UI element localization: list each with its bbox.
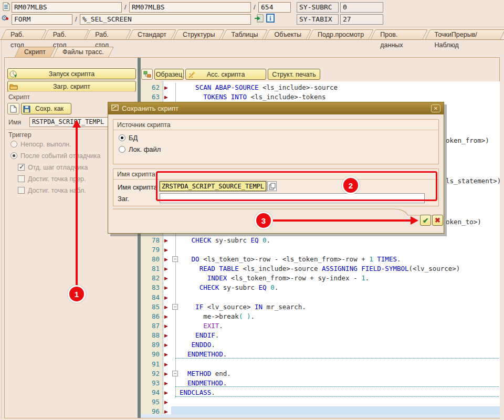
separator-slash: / bbox=[124, 2, 127, 13]
step-into-icon[interactable] bbox=[254, 14, 264, 25]
code-line[interactable]: EXIT. bbox=[180, 321, 223, 331]
radio-db[interactable] bbox=[119, 134, 125, 141]
code-token: 0 bbox=[267, 284, 275, 291]
line-number-field[interactable]: 654 bbox=[258, 2, 291, 13]
code-token: READ TABLE bbox=[200, 265, 239, 272]
code-token: end. bbox=[211, 370, 231, 377]
tab-7[interactable]: Объекты bbox=[267, 29, 309, 40]
radio-icon[interactable] bbox=[10, 141, 17, 148]
code-line[interactable]: TOKENS INTO <ls_include>-tokens bbox=[180, 92, 326, 102]
code-line[interactable]: CHECK sy-subrc EQ 0. bbox=[180, 236, 270, 245]
dialog-title: Сохранить скрипт bbox=[122, 104, 178, 112]
gears-icon: ⚙ bbox=[1, 14, 8, 22]
code-token: EXIT bbox=[203, 322, 219, 330]
radio-local-file[interactable] bbox=[119, 146, 125, 153]
script-source-options: БД Лок. файл bbox=[113, 130, 438, 157]
line-number: 78 bbox=[142, 236, 160, 245]
tab-label: Таблицы bbox=[231, 31, 258, 38]
annotation-arrow-3-line bbox=[273, 219, 412, 222]
dialog-title-bar[interactable]: Сохранить скрипт ✕ bbox=[108, 102, 444, 114]
code-token: <lv_source> bbox=[203, 303, 255, 311]
line-number: 85 bbox=[142, 302, 160, 312]
new-script-button[interactable] bbox=[7, 103, 19, 114]
subtab-2[interactable]: Файлы трасс. bbox=[55, 47, 111, 58]
event-name-field[interactable]: %_SEL_SCREEN bbox=[80, 14, 251, 25]
code-token: IF bbox=[195, 303, 203, 311]
script-source-group: Источник скрипта БД Лок. файл bbox=[113, 119, 439, 164]
run-script-button[interactable]: Запуск скрипта bbox=[7, 68, 136, 79]
line-marker-icon: ▶ bbox=[164, 245, 168, 255]
confirm-button[interactable]: ✔ bbox=[420, 215, 431, 226]
code-token: DO bbox=[192, 255, 200, 263]
fold-collapse-icon[interactable]: − bbox=[172, 256, 178, 262]
dialog-close-button[interactable]: ✕ bbox=[431, 104, 440, 112]
script-name-display[interactable]: RSTPDA_SCRIPT_TEMPL bbox=[29, 117, 109, 127]
editor-bottom-strip bbox=[141, 414, 500, 418]
save-as-button[interactable]: Сохр. как bbox=[21, 103, 71, 114]
tab-1[interactable]: Раб. стол bbox=[3, 29, 44, 40]
code-token: <ls_token_from>-row + sy-index - bbox=[227, 274, 361, 282]
code-token: 1 bbox=[369, 255, 373, 263]
code-line[interactable]: SCAN ABAP-SOURCE <ls_include>-source bbox=[180, 83, 338, 92]
tab-strip-baseline bbox=[0, 39, 504, 40]
source-option-db[interactable]: БД bbox=[119, 134, 433, 142]
structure-icon bbox=[143, 71, 151, 80]
sample-button[interactable]: Образец bbox=[154, 69, 184, 80]
line-marker-icon: ▶ bbox=[164, 302, 168, 312]
line-number: 93 bbox=[142, 379, 160, 388]
code-line[interactable]: me->break( ). bbox=[180, 312, 255, 321]
tab-6[interactable]: Таблицы bbox=[224, 29, 265, 40]
folder-icon bbox=[9, 83, 18, 91]
tab-9[interactable]: Пров. данных bbox=[373, 29, 425, 40]
annotation-arrow-1-head bbox=[72, 120, 81, 128]
tab-label: Объекты bbox=[274, 31, 301, 38]
code-token: mr_search. bbox=[262, 303, 306, 311]
line-marker-icon: ▶ bbox=[164, 331, 168, 340]
tab-8[interactable]: Подр.просмотр bbox=[310, 29, 371, 40]
code-line[interactable]: ENDIF. bbox=[180, 331, 219, 340]
cancel-button[interactable]: ✖ bbox=[432, 215, 443, 226]
code-token: INDEX bbox=[207, 274, 227, 282]
line-marker-icon: ▶ bbox=[164, 293, 168, 302]
load-script-button[interactable]: Загр. скрипт bbox=[7, 81, 136, 92]
checkbox-icon[interactable] bbox=[18, 175, 25, 182]
line-number: 79 bbox=[142, 245, 160, 255]
subtab-1[interactable]: Скрипт bbox=[17, 47, 53, 58]
radio-db-label: БД bbox=[129, 134, 138, 142]
info-icon[interactable]: i bbox=[266, 14, 275, 23]
tab-3[interactable]: Раб. стол bbox=[88, 29, 129, 40]
fold-collapse-icon[interactable]: − bbox=[172, 304, 178, 310]
tab-5[interactable]: Структуры bbox=[175, 29, 222, 40]
source-option-local-file[interactable]: Лок. файл bbox=[119, 145, 433, 153]
fold-collapse-icon[interactable]: − bbox=[172, 371, 178, 376]
panel-left-edge bbox=[1, 40, 2, 419]
code-line[interactable]: IF <lv_source> IN mr_search. bbox=[180, 302, 306, 312]
code-token: . bbox=[223, 379, 227, 387]
script-assistant-button[interactable]: Асс. скрипта bbox=[185, 69, 266, 80]
code-line[interactable]: ENDDO. bbox=[180, 340, 215, 350]
line-number: 82 bbox=[142, 274, 160, 283]
code-line[interactable]: READ TABLE <ls_include>-source ASSIGNING… bbox=[180, 264, 460, 274]
struct-print-button[interactable]: Структ. печать bbox=[268, 69, 320, 80]
code-line[interactable]: DO <ls_token_to>-row - <ls_token_from>-r… bbox=[180, 255, 401, 264]
save-script-dialog: Сохранить скрипт ✕ Источник скрипта БД Л… bbox=[108, 102, 444, 234]
include-field[interactable]: RM07MLBS bbox=[129, 2, 251, 13]
code-line[interactable]: CHECK sy-subrc EQ 0. bbox=[180, 283, 278, 292]
code-line[interactable]: INDEX <ls_token_from>-row + sy-index - 1… bbox=[180, 274, 369, 283]
code-token: . bbox=[223, 350, 227, 358]
tab-2[interactable]: Раб. стол bbox=[46, 29, 87, 40]
line-number: 84 bbox=[142, 293, 160, 302]
program-field[interactable]: RM07MLBS bbox=[12, 2, 122, 13]
tab-10[interactable]: ТочкиПрерыв/Наблюд bbox=[427, 29, 503, 40]
code-token: 0 bbox=[259, 236, 267, 244]
tab-4[interactable]: Стандарт bbox=[130, 29, 174, 40]
sy-tabix-value: 27 bbox=[340, 14, 383, 25]
new-doc-icon bbox=[10, 105, 17, 114]
code-line[interactable]: METHOD end. bbox=[180, 369, 231, 379]
radio-icon[interactable] bbox=[10, 152, 17, 159]
structure-display-button[interactable] bbox=[141, 69, 153, 80]
event-type-field[interactable]: FORM bbox=[12, 14, 72, 25]
checkbox-icon[interactable] bbox=[18, 187, 25, 194]
checkbox-icon[interactable] bbox=[18, 164, 25, 171]
sy-subrc-label: SY-SUBRC bbox=[297, 2, 339, 13]
